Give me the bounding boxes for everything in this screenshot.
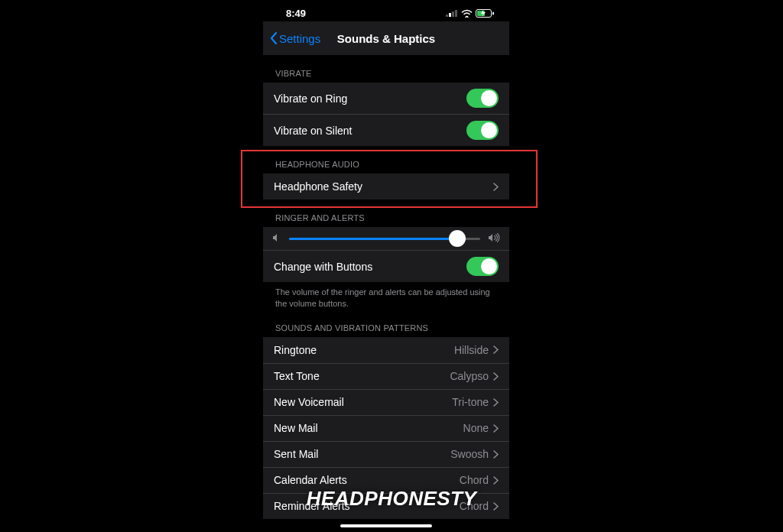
svg-rect-2 [452,11,454,17]
settings-content: Vibrate Vibrate on Ring Vibrate on Silen… [263,55,509,532]
row-value: Calypso [450,370,489,382]
row-label: Calendar Alerts [274,474,347,486]
row-value: None [463,422,489,434]
chevron-right-icon [493,345,499,354]
status-icons [446,9,494,18]
row-label: Ringtone [274,344,317,356]
chevron-right-icon [493,372,499,381]
row-label: Reminder Alerts [274,500,350,512]
home-indicator[interactable] [340,524,432,527]
chevron-right-icon [493,424,499,433]
row-label: Vibrate on Silent [274,125,352,137]
row-label: Change with Buttons [274,261,372,273]
row-ringer-slider [263,227,509,250]
row-label: Text Tone [274,370,320,382]
row-value: Hillside [454,344,489,356]
group-vibrate: Vibrate on Ring Vibrate on Silent [263,83,509,146]
section-header-ringer: Ringer and Alerts [263,200,509,227]
row-pattern[interactable]: Text ToneCalypso [263,363,509,389]
row-vibrate-on-ring[interactable]: Vibrate on Ring [263,83,509,114]
row-label: New Mail [274,422,318,434]
section-header-vibrate: Vibrate [263,55,509,83]
row-value: Chord [460,474,489,486]
row-change-with-buttons[interactable]: Change with Buttons [263,250,509,282]
svg-rect-1 [449,13,451,17]
section-footer-ringer: The volume of the ringer and alerts can … [263,282,509,310]
row-value: Swoosh [450,448,489,460]
row-pattern[interactable]: Reminder AlertsChord [263,493,509,519]
cellular-icon [446,9,458,17]
status-bar: 8:49 [263,0,509,21]
row-value: Tri-tone [452,396,489,408]
row-headphone-safety[interactable]: Headphone Safety [263,174,509,200]
row-value: Chord [460,500,489,512]
chevron-right-icon [493,502,499,511]
back-button[interactable]: Settings [263,31,320,45]
status-time: 8:49 [286,8,306,19]
toggle-change-buttons[interactable] [466,257,499,276]
svg-rect-0 [446,15,448,17]
slider-thumb[interactable] [449,230,466,247]
row-label: New Voicemail [274,396,344,408]
ringer-volume-slider[interactable] [289,238,480,240]
chevron-right-icon [493,398,499,407]
back-label: Settings [279,32,320,45]
row-pattern[interactable]: New MailNone [263,415,509,441]
row-label: Headphone Safety [274,180,362,193]
toggle-vibrate-ring[interactable] [466,89,499,108]
nav-bar: Settings Sounds & Haptics [263,21,509,55]
chevron-left-icon [269,31,278,45]
section-header-patterns: Sounds and Vibration Patterns [263,310,509,337]
group-headphone: Headphone Safety [263,174,509,200]
battery-icon [476,9,494,18]
row-label: Sent Mail [274,448,318,460]
volume-low-icon [272,233,281,244]
svg-rect-5 [492,11,494,15]
row-pattern[interactable]: New VoicemailTri-tone [263,389,509,415]
phone-frame: 8:49 Settings Sounds & Haptics Vibrate V… [263,0,509,532]
row-vibrate-on-silent[interactable]: Vibrate on Silent [263,114,509,146]
section-header-headphone: Headphone Audio [263,146,509,174]
chevron-right-icon [493,476,499,485]
row-pattern[interactable]: Calendar AlertsChord [263,467,509,493]
volume-high-icon [488,233,500,244]
toggle-vibrate-silent[interactable] [466,121,499,140]
row-pattern[interactable]: RingtoneHillside [263,337,509,363]
chevron-right-icon [493,183,499,191]
row-label: Vibrate on Ring [274,92,347,105]
svg-rect-3 [455,10,457,17]
slider-fill [289,238,457,240]
wifi-icon [461,9,473,18]
group-patterns: RingtoneHillsideText ToneCalypsoNew Voic… [263,337,509,519]
row-pattern[interactable]: Sent MailSwoosh [263,441,509,467]
chevron-right-icon [493,450,499,459]
group-ringer: Change with Buttons [263,227,509,282]
